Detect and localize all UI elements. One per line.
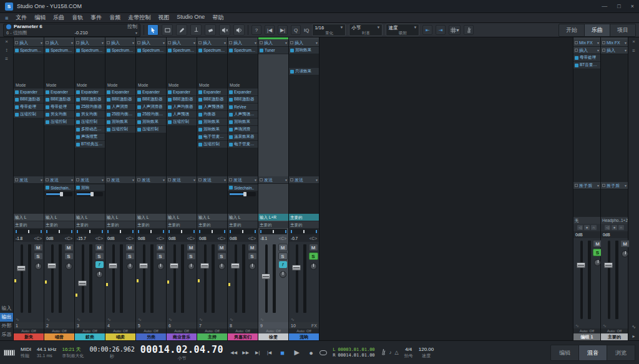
plugin-enable-checkbox[interactable]	[107, 128, 110, 132]
plugin-enable-checkbox[interactable]	[575, 64, 578, 67]
plugin-enable-checkbox[interactable]	[229, 135, 233, 139]
channel-name[interactable]: 鼓类	[75, 333, 105, 340]
plugin-enable-checkbox[interactable]	[107, 49, 110, 52]
plugin-enable-checkbox[interactable]	[76, 120, 80, 124]
pan-knob[interactable]	[157, 263, 164, 270]
plugin-slot[interactable]: 混响效果	[136, 118, 166, 126]
volume-fader[interactable]	[170, 243, 179, 315]
plugin-enable-checkbox[interactable]	[76, 49, 80, 52]
output-routing[interactable]: 主要的	[14, 221, 44, 228]
plugin-enable-checkbox[interactable]	[198, 113, 202, 117]
analyzer-slot[interactable]: SpectrumM..	[167, 47, 197, 54]
range-tool-button[interactable]	[162, 24, 173, 36]
pan-knob[interactable]	[310, 263, 317, 270]
toolbar-button-开始[interactable]: 开始	[559, 24, 585, 37]
plugin-slot[interactable]: 混响效果	[228, 118, 258, 126]
grid-options-button[interactable]: ▾	[449, 25, 461, 35]
sends-header[interactable]: 发送 ▾	[75, 176, 105, 184]
analyzer-slot[interactable]: SpectrumM..	[136, 47, 166, 54]
next-marker-button[interactable]: ▶|	[253, 350, 262, 355]
plugin-enable-checkbox[interactable]	[76, 113, 80, 117]
menu-item[interactable]: 走带控制	[128, 14, 150, 22]
plugin-enable-checkbox[interactable]	[15, 113, 19, 117]
plugin-slot[interactable]: BBE激励器	[14, 96, 44, 103]
pan-slider[interactable]	[290, 229, 318, 234]
inserts-header[interactable]: 插入 ▾	[258, 39, 288, 47]
chevron-right-icon[interactable]: ▸	[632, 333, 635, 339]
maximize-button[interactable]: □	[617, 3, 620, 9]
pan-slider[interactable]	[229, 229, 256, 234]
pan-knob[interactable]	[594, 259, 601, 266]
plugin-enable-checkbox[interactable]	[229, 113, 233, 117]
automation-icon[interactable]: ∿	[632, 324, 636, 330]
mute-tool-button[interactable]	[219, 24, 230, 36]
input-routing[interactable]: 输入 L	[228, 214, 258, 221]
scroll-icon[interactable]: ↕	[6, 47, 8, 53]
plugin-enable-checkbox[interactable]	[107, 105, 110, 109]
locate-end-button[interactable]: ▶|	[278, 25, 288, 35]
locate-start-button[interactable]: |◀	[265, 25, 275, 35]
play-button[interactable]: ▶	[291, 348, 303, 357]
channel-name[interactable]: 男嘉宾们	[228, 333, 258, 340]
channel-strip[interactable]: 插入 ▾ Tuner 发送 ▾ 输入 L+R 主要的	[258, 37, 289, 340]
channel-strip[interactable]: 插入 ▾ SpectrumM.. Mode ExpanderBBE激励器人声润滑…	[105, 37, 136, 340]
channel-strip[interactable]: 插入 ▾ SpectrumM.. Mode ExpanderBBE激励器母带处理…	[14, 37, 44, 340]
automation-mode[interactable]: Auto: Off	[228, 328, 258, 333]
inserts-header[interactable]: 插入 ▾	[289, 39, 319, 47]
automation-mode[interactable]: Auto: Off	[105, 328, 135, 333]
record-button[interactable]: ●	[305, 349, 317, 357]
plugin-mode-row[interactable]: Mode	[14, 82, 44, 89]
fader-handle[interactable]	[78, 280, 87, 286]
plugin-slot[interactable]: 混响效果	[197, 126, 227, 133]
plugin-slot[interactable]: 混响效果	[197, 118, 227, 126]
plugin-slot[interactable]: 25段均衡器2	[105, 111, 135, 118]
pan-knob[interactable]	[35, 263, 42, 270]
plugin-mode-row[interactable]: Mode	[75, 82, 105, 89]
time-display-main[interactable]: 00014.02.04.70	[140, 345, 223, 355]
plugin-enable-checkbox[interactable]	[229, 49, 233, 52]
plugin-enable-checkbox[interactable]	[15, 98, 19, 102]
plugin-enable-checkbox[interactable]	[198, 105, 202, 109]
channel-strip[interactable]: 插入 ▾ SpectrumM.. Mode ExpanderBBE激励器母带处理…	[44, 37, 75, 340]
channel-name[interactable]: 唱音	[44, 333, 74, 340]
plugin-slot[interactable]: 压缩控制	[44, 118, 74, 126]
channel-name[interactable]: 主持	[197, 333, 227, 340]
fader-handle[interactable]	[261, 274, 270, 279]
view-button-浏览[interactable]: 浏览	[607, 345, 635, 361]
plugin-mode-row[interactable]: Mode	[136, 82, 166, 89]
plugin-mode-row[interactable]: Mode	[105, 82, 135, 89]
inserts-header[interactable]: 插入 ▾	[44, 39, 74, 47]
plugin-enable-checkbox[interactable]	[229, 120, 233, 124]
channel-name[interactable]: 另类	[136, 333, 166, 340]
solo-button[interactable]: S	[125, 252, 135, 260]
mute-button[interactable]: M	[125, 244, 135, 251]
list-icon[interactable]: ≡	[632, 48, 635, 54]
performance-label[interactable]: 性能	[21, 353, 31, 358]
plugin-slot[interactable]: BBE激励器	[44, 96, 74, 103]
plugin-enable-checkbox[interactable]	[168, 105, 172, 109]
inserts-header[interactable]: 插入 ▾	[75, 39, 105, 47]
audio-click-icon[interactable]: ♪	[389, 350, 392, 355]
snap-left-button[interactable]: ⇤	[422, 25, 432, 35]
sends-header[interactable]: 发送 ▾	[14, 176, 44, 184]
pan-knob[interactable]	[127, 263, 134, 270]
sends-header[interactable]: 发送 ▾	[105, 176, 135, 184]
volume-fader[interactable]	[78, 243, 87, 315]
plugin-slot[interactable]: Expander	[167, 89, 197, 96]
plugin-slot[interactable]: 人声预强器5	[228, 111, 258, 118]
rail-tab-乐器[interactable]: 乐器	[0, 330, 13, 339]
plugin-enable-checkbox[interactable]	[229, 98, 233, 102]
sends-header[interactable]: 发送 ▾	[136, 176, 166, 184]
mute-button[interactable]: M	[187, 244, 196, 251]
fader-handle[interactable]	[577, 262, 585, 268]
plugin-enable-checkbox[interactable]	[260, 49, 263, 52]
fader-handle[interactable]	[17, 266, 26, 271]
plugin-slot[interactable]: 压缩控制	[167, 118, 197, 126]
plugin-enable-checkbox[interactable]	[229, 105, 233, 109]
plugin-slot[interactable]: 人声预强器	[197, 103, 227, 111]
plugin-enable-checkbox[interactable]	[168, 98, 172, 102]
output-routing[interactable]: 主要的	[44, 221, 74, 228]
rewind-button[interactable]: ◀◀	[229, 350, 238, 355]
inserts-header[interactable]: 插入 ▾	[228, 39, 258, 47]
send-level-slider[interactable]	[230, 192, 256, 196]
